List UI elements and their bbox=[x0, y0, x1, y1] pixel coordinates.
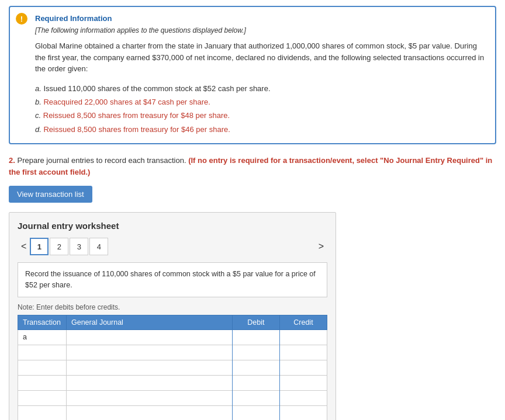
debit-input[interactable] bbox=[237, 409, 275, 417]
question-text: 2. Prepare journal entries to record eac… bbox=[9, 155, 496, 178]
debit-input[interactable] bbox=[237, 379, 275, 387]
table-row bbox=[18, 345, 327, 360]
info-box: ! Required Information [The following in… bbox=[9, 6, 496, 144]
tab-next-button[interactable]: > bbox=[315, 240, 327, 253]
debit-cell[interactable] bbox=[232, 329, 279, 345]
debit-input[interactable] bbox=[237, 363, 275, 372]
description-box: Record the issuance of 110,000 shares of… bbox=[18, 262, 327, 297]
tabs-row: < 1 2 3 4 > bbox=[18, 238, 327, 255]
note-text: Note: Enter debits before credits. bbox=[18, 303, 327, 311]
view-transaction-list-button[interactable]: View transaction list bbox=[9, 186, 92, 203]
credit-cell[interactable] bbox=[279, 329, 327, 345]
debit-cell[interactable] bbox=[232, 375, 279, 390]
general-journal-cell[interactable] bbox=[66, 360, 232, 375]
table-row bbox=[18, 390, 327, 405]
info-subtitle: [The following information applies to th… bbox=[35, 26, 486, 34]
general-journal-cell[interactable] bbox=[66, 390, 232, 405]
info-title: Required Information bbox=[35, 14, 486, 23]
list-item-a: a. Issued 110,000 shares of the common s… bbox=[35, 82, 486, 95]
description-text: Record the issuance of 110,000 shares of… bbox=[25, 270, 316, 289]
credit-input[interactable] bbox=[285, 333, 322, 341]
list-item-d: d. Reissued 8,500 shares from treasury f… bbox=[35, 123, 486, 136]
general-journal-input[interactable] bbox=[71, 348, 227, 356]
debit-cell[interactable] bbox=[232, 345, 279, 360]
journal-title: Journal entry worksheet bbox=[18, 221, 327, 231]
table-row bbox=[18, 375, 327, 390]
info-list: a. Issued 110,000 shares of the common s… bbox=[35, 82, 486, 137]
credit-input[interactable] bbox=[285, 363, 322, 372]
transaction-cell bbox=[18, 360, 67, 375]
transaction-cell: a bbox=[18, 329, 67, 345]
general-journal-input[interactable] bbox=[71, 394, 227, 402]
general-journal-cell[interactable] bbox=[66, 375, 232, 390]
credit-input[interactable] bbox=[285, 379, 322, 387]
transaction-cell bbox=[18, 345, 67, 360]
credit-cell[interactable] bbox=[279, 360, 327, 375]
general-journal-cell[interactable] bbox=[66, 345, 232, 360]
general-journal-input[interactable] bbox=[71, 333, 227, 341]
debit-input[interactable] bbox=[237, 394, 275, 402]
list-item-b: b. Reacquired 22,000 shares at $47 cash … bbox=[35, 95, 486, 109]
debit-cell[interactable] bbox=[232, 405, 279, 420]
credit-cell[interactable] bbox=[279, 345, 327, 360]
transaction-cell bbox=[18, 375, 67, 390]
col-header-credit: Credit bbox=[279, 315, 327, 329]
general-journal-cell[interactable] bbox=[66, 329, 232, 345]
table-row: a bbox=[18, 329, 327, 345]
debit-input[interactable] bbox=[237, 333, 275, 341]
transaction-cell bbox=[18, 405, 67, 420]
credit-input[interactable] bbox=[285, 409, 322, 417]
debit-cell[interactable] bbox=[232, 360, 279, 375]
col-header-debit: Debit bbox=[232, 315, 279, 329]
col-header-transaction: Transaction bbox=[18, 315, 67, 329]
debit-input[interactable] bbox=[237, 348, 275, 356]
general-journal-input[interactable] bbox=[71, 409, 227, 417]
credit-cell[interactable] bbox=[279, 405, 327, 420]
credit-cell[interactable] bbox=[279, 390, 327, 405]
tab-4[interactable]: 4 bbox=[89, 238, 108, 255]
tab-prev-button[interactable]: < bbox=[18, 240, 30, 253]
tab-3[interactable]: 3 bbox=[70, 238, 88, 255]
credit-input[interactable] bbox=[285, 394, 322, 402]
tab-1[interactable]: 1 bbox=[30, 238, 49, 255]
col-header-general-journal: General Journal bbox=[66, 315, 232, 329]
table-row bbox=[18, 405, 327, 420]
journal-box: Journal entry worksheet < 1 2 3 4 > Reco… bbox=[9, 212, 336, 420]
journal-table: Transaction General Journal Debit Credit… bbox=[18, 315, 327, 420]
transaction-cell bbox=[18, 390, 67, 405]
debit-cell[interactable] bbox=[232, 390, 279, 405]
general-journal-cell[interactable] bbox=[66, 405, 232, 420]
question-number: 2. bbox=[9, 156, 15, 165]
credit-cell[interactable] bbox=[279, 375, 327, 390]
credit-input[interactable] bbox=[285, 348, 322, 356]
info-body: Global Marine obtained a charter from th… bbox=[35, 40, 486, 75]
general-journal-input[interactable] bbox=[71, 379, 227, 387]
table-row bbox=[18, 360, 327, 375]
question-emphasis: (If no entry is required for a transacti… bbox=[9, 156, 492, 176]
general-journal-input[interactable] bbox=[71, 363, 227, 372]
tab-2[interactable]: 2 bbox=[50, 238, 68, 255]
list-item-c: c. Reissued 8,500 shares from treasury f… bbox=[35, 109, 486, 122]
alert-icon: ! bbox=[16, 13, 27, 25]
